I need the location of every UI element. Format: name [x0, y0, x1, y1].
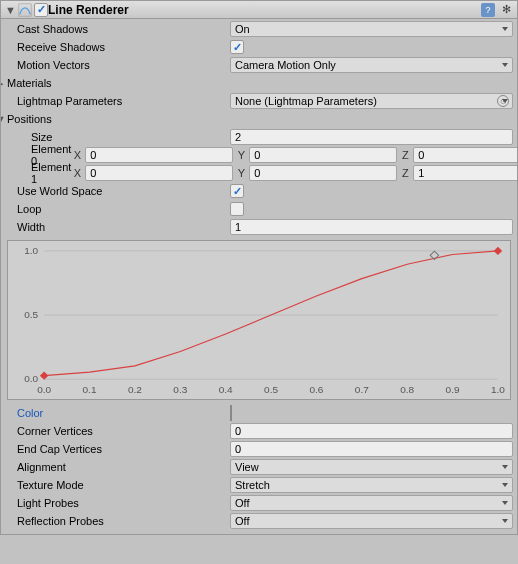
svg-text:0.3: 0.3: [173, 384, 187, 395]
positions-label: Positions: [7, 113, 52, 125]
materials-foldout-icon[interactable]: ▶: [0, 77, 5, 90]
reflection-probes-dropdown[interactable]: Off: [230, 513, 513, 529]
positions-foldout-icon[interactable]: ▼: [0, 113, 5, 125]
use-world-space-checkbox[interactable]: [230, 184, 244, 198]
svg-text:0.9: 0.9: [446, 384, 460, 395]
texture-mode-dropdown[interactable]: Stretch: [230, 477, 513, 493]
component-header: ▼ Line Renderer ? ✻: [1, 1, 517, 19]
alignment-dropdown[interactable]: View: [230, 459, 513, 475]
receive-shadows-label: Receive Shadows: [17, 41, 105, 53]
corner-vertices-input[interactable]: [230, 423, 513, 439]
svg-text:0.1: 0.1: [83, 384, 97, 395]
svg-text:0.7: 0.7: [355, 384, 369, 395]
element-0-x-input[interactable]: [85, 147, 233, 163]
svg-text:0.8: 0.8: [400, 384, 414, 395]
positions-size-label: Size: [31, 131, 52, 143]
gear-icon[interactable]: ✻: [499, 3, 513, 16]
svg-text:1.0: 1.0: [24, 245, 38, 256]
motion-vectors-label: Motion Vectors: [17, 59, 90, 71]
corner-vertices-label: Corner Vertices: [17, 425, 93, 437]
alignment-label: Alignment: [17, 461, 66, 473]
end-cap-vertices-label: End Cap Vertices: [17, 443, 102, 455]
svg-text:0.4: 0.4: [219, 384, 233, 395]
svg-text:0.6: 0.6: [309, 384, 323, 395]
materials-label: Materials: [7, 77, 52, 89]
object-picker-icon[interactable]: ⊙: [497, 95, 509, 107]
light-probes-dropdown[interactable]: Off: [230, 495, 513, 511]
cast-shadows-dropdown[interactable]: On: [230, 21, 513, 37]
color-label: Color: [17, 407, 43, 419]
y-label: Y: [235, 167, 247, 179]
loop-label: Loop: [17, 203, 41, 215]
element-0-z-input[interactable]: [413, 147, 518, 163]
element-1-z-input[interactable]: [413, 165, 518, 181]
color-gradient-field[interactable]: [230, 405, 232, 421]
cast-shadows-label: Cast Shadows: [17, 23, 88, 35]
svg-rect-18: [40, 371, 49, 379]
loop-checkbox[interactable]: [230, 202, 244, 216]
component-title: Line Renderer: [48, 3, 481, 17]
help-icon[interactable]: ?: [481, 3, 495, 17]
svg-text:0.0: 0.0: [37, 384, 51, 395]
lightmap-params-field[interactable]: None (Lightmap Parameters)⊙: [230, 93, 513, 109]
width-curve-editor[interactable]: 0.00.51.00.00.10.20.30.40.50.60.70.80.91…: [7, 240, 511, 400]
end-cap-vertices-input[interactable]: [230, 441, 513, 457]
x-label: X: [71, 149, 83, 161]
use-world-space-label: Use World Space: [17, 185, 102, 197]
svg-text:0.2: 0.2: [128, 384, 142, 395]
svg-text:0.5: 0.5: [24, 309, 38, 320]
width-label: Width: [17, 221, 45, 233]
positions-size-input[interactable]: [230, 129, 513, 145]
receive-shadows-checkbox[interactable]: [230, 40, 244, 54]
curve-chart: 0.00.51.00.00.10.20.30.40.50.60.70.80.91…: [8, 241, 510, 399]
light-probes-label: Light Probes: [17, 497, 79, 509]
element-1-label: Element 1: [31, 161, 71, 185]
y-label: Y: [235, 149, 247, 161]
element-1-x-input[interactable]: [85, 165, 233, 181]
svg-rect-20: [494, 247, 503, 255]
line-renderer-icon: [18, 3, 32, 17]
foldout-icon[interactable]: ▼: [5, 4, 16, 16]
width-input[interactable]: [230, 219, 513, 235]
component-body: Cast Shadows On Receive Shadows Motion V…: [1, 19, 517, 534]
component-enabled-checkbox[interactable]: [34, 3, 48, 17]
element-0-y-input[interactable]: [249, 147, 397, 163]
svg-rect-0: [19, 3, 31, 15]
texture-mode-label: Texture Mode: [17, 479, 84, 491]
reflection-probes-label: Reflection Probes: [17, 515, 104, 527]
svg-text:1.0: 1.0: [491, 384, 505, 395]
x-label: X: [71, 167, 83, 179]
svg-text:0.5: 0.5: [264, 384, 278, 395]
motion-vectors-dropdown[interactable]: Camera Motion Only: [230, 57, 513, 73]
z-label: Z: [399, 167, 411, 179]
lightmap-params-label: Lightmap Parameters: [17, 95, 122, 107]
element-1-y-input[interactable]: [249, 165, 397, 181]
svg-text:0.0: 0.0: [24, 373, 38, 384]
z-label: Z: [399, 149, 411, 161]
